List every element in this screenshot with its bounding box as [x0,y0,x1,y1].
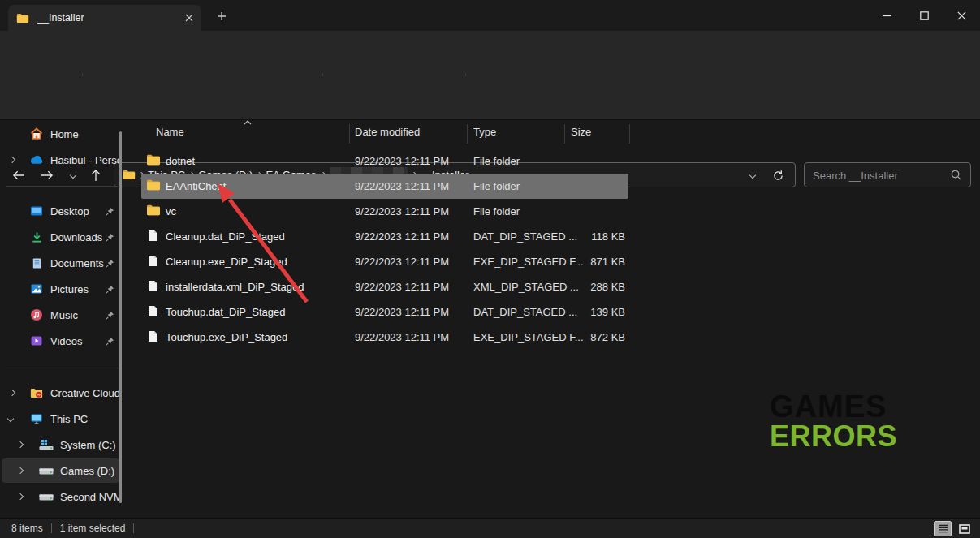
watermark-line2: ERRORS [770,422,897,451]
explorer-tab[interactable]: __Installer [8,5,201,31]
pin-icon [106,285,114,294]
drive-icon [39,467,54,476]
column-divider[interactable] [349,124,350,144]
item-count: 8 items [11,523,43,534]
file-row-cleanup-exe[interactable]: Cleanup.exe_DiP_Staged 9/22/2023 12:11 P… [141,249,628,274]
chevron-right-icon[interactable] [17,467,24,474]
pin-icon [106,233,114,242]
sidebar-item-this-pc[interactable]: This PC [2,407,119,431]
column-divider[interactable] [629,124,630,144]
games-errors-watermark: GAMES ERRORS [770,391,897,451]
documents-icon [29,257,44,269]
column-header-size[interactable]: Size [571,126,591,138]
sidebar-item-videos[interactable]: Videos [2,329,119,353]
file-row-touchup-exe[interactable]: Touchup.exe_DiP_Staged 9/22/2023 12:11 P… [141,325,628,350]
sidebar-scrollbar[interactable] [119,131,122,503]
column-divider[interactable] [467,124,468,144]
column-divider[interactable] [564,124,565,144]
file-explorer-window: __Installer New [0,0,980,538]
command-bar: New A [0,31,980,76]
search-input[interactable] [811,163,944,188]
home-icon [29,127,44,140]
status-bar: 8 items 1 item selected [0,518,980,538]
music-icon [29,308,44,321]
maximize-button[interactable] [905,0,943,31]
status-divider [133,523,134,533]
sidebar-item-games-d[interactable]: Games (D:) [2,458,119,483]
chevron-right-icon[interactable] [9,390,15,396]
chevron-right-icon[interactable] [17,441,24,448]
sidebar-divider [6,186,118,187]
column-header-date-modified[interactable]: Date modified [355,126,420,138]
column-header-type[interactable]: Type [473,126,496,138]
chevron-right-icon[interactable] [17,493,24,500]
videos-icon [29,334,44,347]
details-view-button[interactable] [934,521,952,536]
new-tab-button[interactable] [214,8,230,24]
sidebar-item-music[interactable]: Music [2,303,119,327]
column-header-name[interactable]: Name [156,126,184,138]
chevron-down-icon[interactable] [7,415,14,422]
search-icon [950,169,962,181]
folder-icon [146,179,161,191]
folder-icon [146,204,161,216]
watermark-line1: GAMES [770,391,897,422]
file-row-eaanticheat-selected[interactable]: EAAntiCheat 9/22/2023 12:11 PM File fold… [141,174,628,199]
sidebar-item-second-nvme[interactable]: Second NVME [2,484,119,509]
selection-count: 1 item selected [60,523,126,534]
file-row-vc[interactable]: vc 9/22/2023 12:11 PM File folder [141,199,628,224]
onedrive-cloud-icon [29,155,44,165]
sidebar-divider [6,368,118,368]
pin-icon [106,259,114,268]
file-icon [148,330,158,342]
address-row: This PC Games (D:) EA Games __Installer [0,76,980,120]
sort-ascending-icon [244,120,252,125]
window-controls [868,0,980,31]
status-divider [51,523,52,533]
file-row-cleanup-dat[interactable]: Cleanup.dat_DiP_Staged 9/22/2023 12:11 P… [141,224,628,249]
sidebar-item-documents[interactable]: Documents [2,251,119,275]
pictures-icon [29,282,44,295]
file-icon [148,255,158,267]
tab-close-icon[interactable] [185,14,193,22]
close-button[interactable] [943,0,980,31]
tab-title: __Installer [37,12,185,24]
file-row-dotnet[interactable]: dotnet 9/22/2023 12:11 PM File folder [141,148,628,174]
pin-icon [106,207,114,216]
downloads-icon [29,231,44,243]
drive-icon [39,493,54,501]
file-row-installerdata-xml[interactable]: installerdata.xml_DiP_Staged 9/22/2023 1… [141,274,628,299]
chevron-down-icon [749,172,756,179]
chevron-right-icon[interactable] [9,157,15,163]
pin-icon [106,311,114,320]
system-drive-icon [39,439,54,450]
desktop-icon [29,204,44,217]
folder-icon [16,13,29,24]
sidebar-item-desktop[interactable]: Desktop [2,199,119,223]
sidebar-item-home[interactable]: Home [2,122,119,146]
view-toggles [934,521,974,536]
minimize-button[interactable] [868,0,905,31]
creative-cloud-folder-icon [29,388,44,398]
sidebar-item-pictures[interactable]: Pictures [2,277,119,301]
navigation-pane: Home Hasibul - Persor Desktop Downloads [0,120,126,518]
folder-icon [146,154,161,166]
sidebar-item-onedrive[interactable]: Hasibul - Persor [2,148,119,172]
sidebar-item-system-c[interactable]: System (C:) [2,433,119,457]
pin-icon [106,337,114,346]
file-row-touchup-dat[interactable]: Touchup.dat_DiP_Staged 9/22/2023 12:11 P… [141,299,628,325]
this-pc-icon [29,412,44,425]
refresh-button[interactable] [771,168,785,183]
search-box[interactable] [804,162,971,187]
address-dropdown-button[interactable] [746,169,759,182]
file-icon [148,305,158,317]
large-icons-view-button[interactable] [956,521,974,536]
file-icon [148,280,158,292]
titlebar: __Installer [0,0,980,31]
sidebar-item-creative-cloud[interactable]: Creative Cloud F [2,381,119,405]
file-icon [148,230,158,242]
sidebar-item-downloads[interactable]: Downloads [2,225,119,249]
